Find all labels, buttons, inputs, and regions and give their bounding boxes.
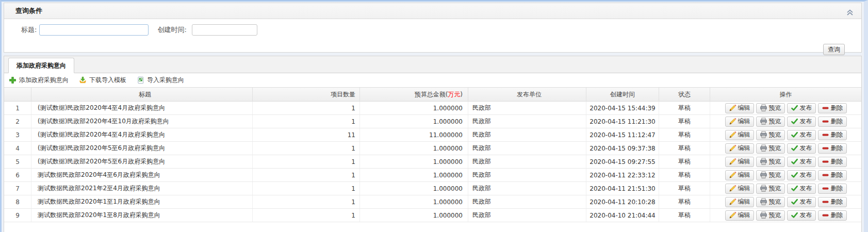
- preview-button[interactable]: 预览: [756, 117, 785, 127]
- check-icon: [791, 118, 798, 125]
- row-status: 草稿: [659, 102, 710, 114]
- table-body: 1(测试数据)民政部2020年4至4月政府采购意向11.000000民政部202…: [4, 102, 861, 222]
- printer-icon: [760, 104, 767, 112]
- publish-button[interactable]: 发布: [787, 103, 816, 113]
- printer-icon: [760, 118, 767, 125]
- row-budget: 1.000000: [360, 102, 468, 114]
- row-created-time: 2020-04-11 22:33:12: [586, 169, 659, 181]
- publish-button[interactable]: 发布: [787, 117, 816, 127]
- delete-button[interactable]: 删除: [818, 143, 847, 154]
- delete-button[interactable]: 删除: [818, 197, 847, 207]
- column-header-status: 状态: [659, 88, 710, 101]
- pencil-icon: [729, 185, 736, 192]
- row-publisher: 民政部: [468, 209, 586, 222]
- action-button-label: 删除: [831, 157, 843, 166]
- edit-button[interactable]: 编辑: [725, 130, 754, 140]
- tab-add-procurement-intention[interactable]: 添加政府采购意向: [8, 58, 74, 73]
- plus-icon: [9, 76, 17, 84]
- delete-button[interactable]: 删除: [818, 157, 847, 167]
- row-project-count: 1: [253, 155, 360, 168]
- check-icon: [791, 104, 798, 112]
- table-row: 1(测试数据)民政部2020年4至4月政府采购意向11.000000民政部202…: [4, 102, 861, 115]
- pencil-icon: [729, 171, 736, 179]
- search-button[interactable]: 查询: [823, 44, 845, 55]
- row-title: (测试数据)民政部2020年5至6月政府采购意向: [31, 142, 253, 155]
- edit-button[interactable]: 编辑: [725, 210, 754, 221]
- publish-button[interactable]: 发布: [787, 197, 816, 207]
- row-budget: 11.000000: [360, 128, 468, 141]
- action-button-label: 编辑: [738, 197, 750, 206]
- preview-button[interactable]: 预览: [756, 103, 785, 113]
- preview-button[interactable]: 预览: [756, 197, 785, 207]
- minus-icon: [822, 144, 829, 152]
- query-form: 标题: 创建时间: 查询 重置: [4, 24, 861, 57]
- action-button-label: 发布: [800, 197, 812, 206]
- pencil-icon: [729, 131, 736, 139]
- publish-button[interactable]: 发布: [787, 210, 816, 221]
- preview-button[interactable]: 预览: [756, 143, 785, 154]
- action-button-label: 发布: [800, 104, 812, 112]
- edit-button[interactable]: 编辑: [725, 170, 754, 180]
- publish-button[interactable]: 发布: [787, 170, 816, 180]
- table-row: 8测试数据民政部2020年1至1月政府采购意向11.000000民政部2020-…: [4, 195, 861, 209]
- created-time-field-input[interactable]: [192, 24, 257, 36]
- edit-button[interactable]: 编辑: [725, 184, 754, 194]
- publish-button[interactable]: 发布: [787, 157, 816, 167]
- preview-button[interactable]: 预览: [756, 210, 785, 221]
- delete-button[interactable]: 删除: [818, 103, 847, 113]
- row-created-time: 2020-04-15 09:27:55: [586, 155, 659, 168]
- pencil-icon: [729, 211, 736, 219]
- tab-bar: 添加政府采购意向: [4, 56, 861, 73]
- minus-icon: [822, 158, 829, 165]
- add-procurement-intention-button[interactable]: 添加政府采购意向: [9, 76, 69, 85]
- edit-button[interactable]: 编辑: [725, 103, 754, 113]
- preview-button[interactable]: 预览: [756, 170, 785, 180]
- delete-button[interactable]: 删除: [818, 210, 847, 221]
- row-project-count: 1: [253, 169, 360, 181]
- row-status: 草稿: [659, 169, 710, 181]
- add-procurement-intention-label: 添加政府采购意向: [19, 76, 69, 85]
- download-template-button[interactable]: 下载导入模板: [79, 76, 126, 85]
- minus-icon: [822, 118, 829, 125]
- row-publisher: 民政部: [468, 182, 586, 195]
- publish-button[interactable]: 发布: [787, 184, 816, 194]
- table-row: 6测试数据民政部2020年4至6月政府采购意向11.000000民政部2020-…: [4, 169, 861, 182]
- row-created-time: 2020-04-15 11:12:47: [586, 128, 659, 141]
- row-project-count: 1: [253, 209, 360, 222]
- double-chevron-up-icon[interactable]: [846, 7, 854, 15]
- pencil-icon: [729, 144, 736, 152]
- check-icon: [791, 144, 798, 152]
- publish-button[interactable]: 发布: [787, 130, 816, 140]
- printer-icon: [760, 211, 767, 219]
- row-created-time: 2020-04-15 11:21:30: [586, 115, 659, 128]
- row-budget: 1.000000: [360, 115, 468, 128]
- publish-button[interactable]: 发布: [787, 143, 816, 154]
- action-button-label: 删除: [831, 144, 843, 153]
- minus-icon: [822, 185, 829, 192]
- title-field-input[interactable]: [39, 24, 149, 36]
- edit-button[interactable]: 编辑: [725, 157, 754, 167]
- edit-button[interactable]: 编辑: [725, 197, 754, 207]
- delete-button[interactable]: 删除: [818, 117, 847, 127]
- row-publisher: 民政部: [468, 169, 586, 181]
- row-created-time: 2020-04-11 20:10:28: [586, 195, 659, 208]
- delete-button[interactable]: 删除: [818, 130, 847, 140]
- delete-button[interactable]: 删除: [818, 184, 847, 194]
- action-button-label: 预览: [769, 117, 781, 126]
- edit-button[interactable]: 编辑: [725, 143, 754, 154]
- query-panel-header: 查询条件: [4, 3, 861, 19]
- action-button-label: 发布: [800, 211, 812, 220]
- edit-button[interactable]: 编辑: [725, 117, 754, 127]
- row-publisher: 民政部: [468, 142, 586, 155]
- pencil-icon: [729, 118, 736, 125]
- preview-button[interactable]: 预览: [756, 130, 785, 140]
- procurement-table: 标题 项目数量 预算总金额(万元) 发布单位 创建时间 状态 操作 1(测试数据…: [4, 87, 861, 222]
- import-procurement-intention-button[interactable]: 导入采购意向: [137, 76, 184, 85]
- printer-icon: [760, 158, 767, 165]
- download-template-label: 下载导入模板: [89, 76, 126, 85]
- delete-button[interactable]: 删除: [818, 170, 847, 180]
- preview-button[interactable]: 预览: [756, 157, 785, 167]
- preview-button[interactable]: 预览: [756, 184, 785, 194]
- table-row: 5(测试数据)民政部2020年5至6月政府采购意向11.000000民政部202…: [4, 155, 861, 169]
- download-icon: [79, 76, 87, 84]
